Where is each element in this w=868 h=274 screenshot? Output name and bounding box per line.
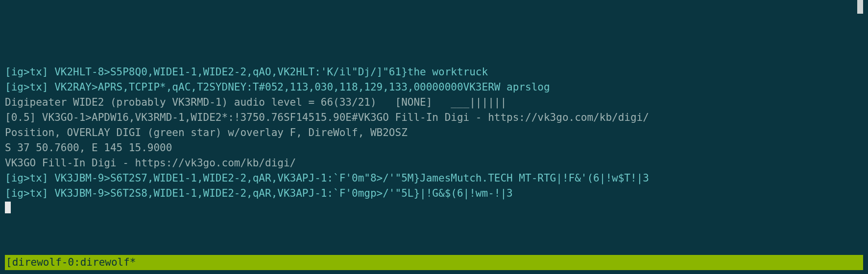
terminal-cursor — [5, 202, 11, 213]
statusbar-fill — [136, 255, 862, 270]
terminal-line: VK3GO Fill-In Digi - https://vk3go.com/k… — [5, 156, 863, 171]
terminal-line: [0.5] VK3GO-1>APDW16,VK3RMD-1,WIDE2*:!37… — [5, 110, 863, 125]
terminal-window[interactable]: [ig>tx] VK2HLT-8>S5P8Q0,WIDE1-1,WIDE2-2,… — [0, 0, 868, 274]
terminal-cursor-line — [5, 201, 863, 216]
terminal-line: [ig>tx] VK3JBM-9>S6T2S8,WIDE1-1,WIDE2-2,… — [5, 186, 863, 201]
statusbar-text: [direwolf-0:direwolf* — [6, 255, 136, 270]
terminal-line: S 37 50.7600, E 145 15.9000 — [5, 140, 863, 156]
terminal-line: [ig>tx] VK3JBM-9>S6T2S7,WIDE1-1,WIDE2-2,… — [5, 171, 863, 186]
terminal-line: Digipeater WIDE2 (probably VK3RMD-1) aud… — [5, 95, 863, 110]
terminal-line: Position, OVERLAY DIGI (green star) w/ov… — [5, 125, 863, 140]
terminal-line: [ig>tx] VK2HLT-8>S5P8Q0,WIDE1-1,WIDE2-2,… — [5, 65, 863, 80]
terminal-line: [ig>tx] VK2RAY>APRS,TCPIP*,qAC,T2SYDNEY:… — [5, 80, 863, 95]
terminal-scrollback[interactable]: [ig>tx] VK2HLT-8>S5P8Q0,WIDE1-1,WIDE2-2,… — [0, 61, 868, 216]
scrollbar-indicator[interactable] — [857, 0, 863, 14]
tmux-statusbar[interactable]: [direwolf-0:direwolf* — [5, 255, 863, 270]
